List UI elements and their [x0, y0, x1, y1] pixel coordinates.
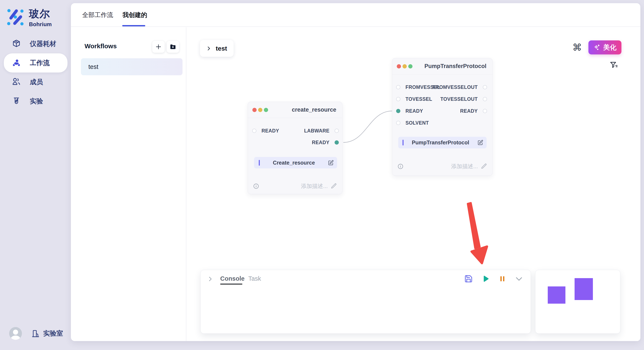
action-label: PumpTransferProtocol	[404, 140, 478, 146]
package-icon	[12, 39, 21, 49]
workflow-item-name: test	[88, 63, 98, 70]
workflows-panel: Workflows test	[71, 27, 186, 341]
port-circle[interactable]	[396, 97, 400, 101]
port-circle[interactable]	[483, 109, 487, 113]
command-shortcut-icon[interactable]: ⌘	[572, 42, 582, 52]
main-card: 全部工作流 我创建的 Workflows test test ⌘	[71, 3, 640, 341]
brand-name-en: Bohrium	[29, 21, 52, 28]
traffic-light-green-icon	[408, 64, 412, 68]
pause-icon	[498, 275, 506, 283]
port-in-ready[interactable]: READY	[396, 108, 423, 114]
breadcrumb-label: test	[216, 45, 227, 52]
avatar[interactable]	[9, 327, 22, 340]
sidebar-item-members[interactable]: 成员	[4, 72, 68, 92]
edit-icon[interactable]	[478, 140, 483, 146]
import-folder-button[interactable]	[167, 41, 179, 53]
port-in-ready[interactable]: READY	[252, 127, 279, 134]
play-icon	[481, 275, 490, 283]
save-icon	[464, 275, 473, 283]
run-button[interactable]	[481, 274, 490, 283]
info-icon[interactable]	[398, 163, 404, 170]
port-label: TOVESSEL	[406, 96, 432, 102]
pause-button[interactable]	[498, 274, 507, 283]
tab-console[interactable]: Console	[220, 275, 244, 282]
port-out-ready[interactable]: READY	[460, 108, 487, 114]
brand-logo: 玻尔 Bohrium	[6, 7, 52, 28]
filter-icon[interactable]	[610, 60, 618, 70]
console-tab-underline	[220, 284, 242, 285]
port-label: LABWARE	[304, 128, 330, 134]
test-tube-icon	[12, 96, 21, 106]
plus-icon	[155, 44, 162, 50]
save-button[interactable]	[464, 274, 473, 283]
port-in-tovessel[interactable]: TOVESSEL	[396, 96, 432, 103]
collapse-panel-icon[interactable]	[207, 276, 214, 282]
traffic-light-yellow-icon	[258, 108, 262, 112]
node-title: PumpTransferProtocol	[424, 63, 486, 70]
folder-download-icon	[170, 43, 176, 50]
port-circle[interactable]	[483, 85, 487, 89]
breadcrumb[interactable]: test	[200, 40, 234, 57]
sparkles-icon	[594, 44, 601, 51]
port-out-tovesselout[interactable]: TOVESSELOUT	[440, 96, 487, 103]
node-pump-transfer-protocol[interactable]: PumpTransferProtocol FROMVESSEL FROMVESS…	[392, 58, 492, 176]
description-placeholder[interactable]: 添加描述...	[451, 163, 478, 170]
workspace-switcher[interactable]: 实验室	[31, 328, 63, 339]
sidebar-nav: 仪器耗材 工作流 成员 实验	[4, 34, 68, 111]
port-circle[interactable]	[483, 97, 487, 101]
port-label: SOLVENT	[406, 120, 429, 126]
pencil-icon[interactable]	[481, 163, 487, 170]
sidebar-item-instruments[interactable]: 仪器耗材	[4, 34, 68, 53]
port-out-ready[interactable]: READY	[312, 139, 339, 146]
traffic-light-red-icon	[252, 108, 256, 112]
node-create-resource[interactable]: create_resource READY LABWARE READY Crea…	[248, 102, 342, 194]
port-circle-connected[interactable]	[396, 109, 400, 113]
info-icon[interactable]	[253, 183, 259, 189]
node-footer: 添加描述...	[253, 180, 337, 192]
node-action-pill[interactable]: PumpTransferProtocol	[398, 137, 486, 149]
sidebar-item-experiments[interactable]: 实验	[4, 92, 68, 111]
members-icon	[12, 77, 21, 87]
port-circle[interactable]	[334, 129, 339, 133]
bohrium-logo-icon	[6, 8, 24, 26]
edit-icon[interactable]	[328, 160, 334, 166]
sidebar: 玻尔 Bohrium 仪器耗材 工作流 成员	[0, 0, 71, 350]
annotation-arrow	[458, 198, 505, 268]
port-label: FROMVESSELOUT	[432, 84, 478, 90]
port-out-labware[interactable]: LABWARE	[304, 127, 339, 134]
port-label: READY	[460, 108, 478, 114]
sidebar-item-label: 实验	[30, 97, 43, 106]
beautify-label: 美化	[603, 43, 616, 52]
port-label: READY	[262, 128, 279, 134]
port-out-fromvesselout[interactable]: FROMVESSELOUT	[432, 84, 487, 91]
port-circle[interactable]	[252, 129, 256, 133]
port-circle[interactable]	[396, 121, 400, 125]
port-circle-connected[interactable]	[334, 140, 339, 145]
tab-my-created[interactable]: 我创建的	[122, 3, 147, 27]
workflow-list-item[interactable]: test	[81, 58, 182, 75]
node-footer: 添加描述...	[398, 160, 487, 172]
node-title: create_resource	[292, 107, 336, 113]
add-workflow-button[interactable]	[152, 41, 164, 53]
port-label: READY	[406, 108, 423, 114]
port-label: READY	[312, 140, 330, 146]
collapse-console-button[interactable]	[514, 274, 524, 283]
node-action-pill[interactable]: Create_resource	[254, 157, 337, 169]
flow-canvas[interactable]: test ⌘ 美化 create_resource	[187, 27, 640, 341]
minimap[interactable]	[535, 270, 620, 334]
description-placeholder[interactable]: 添加描述...	[301, 182, 328, 190]
sidebar-item-workflow[interactable]: 工作流	[4, 53, 68, 72]
port-in-solvent[interactable]: SOLVENT	[396, 120, 429, 126]
port-label: TOVESSELOUT	[440, 96, 478, 102]
traffic-light-green-icon	[264, 108, 268, 112]
beautify-button[interactable]: 美化	[588, 40, 622, 54]
workflow-group-icon	[12, 58, 21, 68]
building-icon	[31, 328, 40, 339]
tab-all-workflows[interactable]: 全部工作流	[82, 3, 113, 27]
pencil-icon[interactable]	[331, 183, 337, 189]
active-tab-underline	[122, 25, 145, 26]
minimap-node-create-resource	[548, 286, 566, 304]
port-circle[interactable]	[396, 85, 400, 89]
tab-task[interactable]: Task	[248, 275, 261, 282]
sidebar-footer: 实验室	[9, 327, 63, 340]
